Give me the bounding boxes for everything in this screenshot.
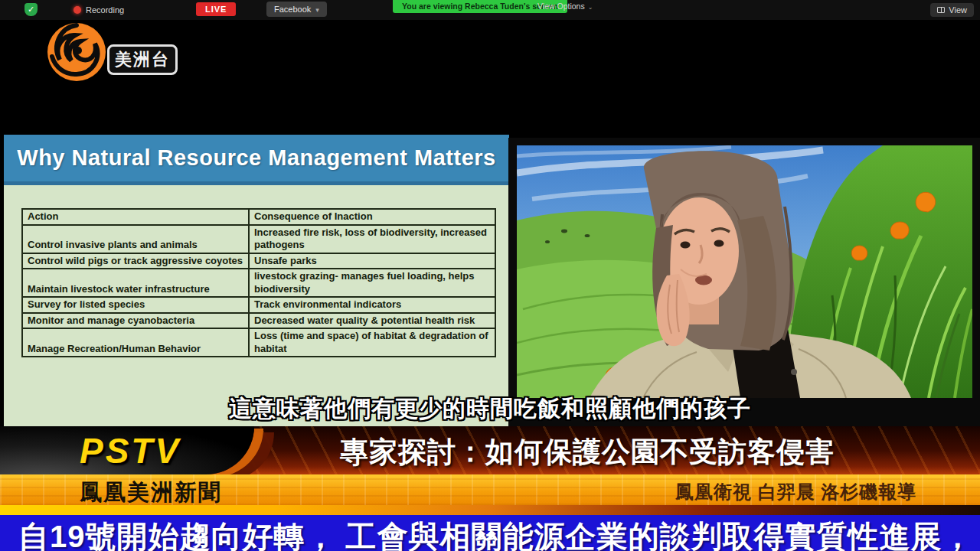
view-options-button[interactable]: View Options⌄ xyxy=(531,0,599,13)
shared-slide-panel: Why Natural Resource Management Matters … xyxy=(4,135,509,427)
table-row: Maintain livestock water infrastructure … xyxy=(22,269,495,297)
table-row: Manage Recreation/Human Behavior Loss (t… xyxy=(22,328,495,357)
chevron-down-icon: ⌄ xyxy=(588,4,593,11)
lower-third-program-band: 鳳凰美洲新聞 鳳凰衛視 白羿晨 洛杉磯報導 xyxy=(0,474,980,505)
table-row: Monitor and manage cyanobacteria Decreas… xyxy=(22,313,495,329)
ticker-divider-strip xyxy=(0,505,980,515)
action-cell: Monitor and manage cyanobacteria xyxy=(22,313,249,329)
lower-third: PSTV 專家探討：如何保護公園不受訪客侵害 鳳凰美洲新聞 鳳凰衛視 白羿晨 洛… xyxy=(0,426,980,505)
reporter-credit: 鳳凰衛視 白羿晨 洛杉磯報導 xyxy=(675,480,916,504)
recording-dot-icon xyxy=(74,6,81,14)
program-name: 鳳凰美洲新聞 xyxy=(80,478,222,505)
table-header-consequence: Consequence of Inaction xyxy=(249,209,495,225)
channel-badge: 美洲台 xyxy=(107,44,178,75)
consequence-cell: livestock grazing- manages fuel loading,… xyxy=(249,269,495,297)
facebook-button-label: Facebook xyxy=(274,5,311,14)
security-shield-icon[interactable]: ✓ xyxy=(24,3,38,16)
layout-view-icon xyxy=(937,7,945,13)
slide-title: Why Natural Resource Management Matters xyxy=(17,145,495,171)
consequence-cell: Unsafe parks xyxy=(249,253,495,269)
facebook-button[interactable]: Facebook▾ xyxy=(266,2,327,17)
consequence-cell: Track environmental indicators xyxy=(249,297,495,313)
speaker-video-tile xyxy=(508,138,980,427)
view-options-label: View Options xyxy=(537,2,585,11)
news-ticker: 自19號開始趨向好轉， 工會與相關能源企業的談判取得實質性進展， 多個煉油廠和油… xyxy=(0,515,980,551)
action-cell: Survey for listed species xyxy=(22,297,249,313)
table-row: Survey for listed species Track environm… xyxy=(22,297,495,313)
pstv-logo: PSTV xyxy=(80,430,181,471)
table-header-action: Action xyxy=(22,209,249,225)
live-badge: LIVE xyxy=(196,2,236,16)
recording-label: Recording xyxy=(86,5,124,15)
view-button-label: View xyxy=(949,5,967,15)
phoenix-tv-logo xyxy=(43,20,113,87)
view-button[interactable]: View xyxy=(930,3,974,17)
subtitle-caption: 這意味著他們有更少的時間吃飯和照顧他們的孩子 xyxy=(0,393,980,425)
lower-third-headline-band: PSTV 專家探討：如何保護公園不受訪客侵害 xyxy=(0,426,980,474)
action-cell: Control invasive plants and animals xyxy=(22,225,249,253)
ticker-text: 自19號開始趨向好轉， 工會與相關能源企業的談判取得實質性進展， 多個煉油廠和油… xyxy=(18,516,980,551)
table-row: Control wild pigs or track aggressive co… xyxy=(22,253,495,269)
zoom-topbar: ✓ Recording LIVE Facebook▾ You are viewi… xyxy=(0,0,980,20)
table-header-row: Action Consequence of Inaction xyxy=(22,209,495,225)
action-cell: Control wild pigs or track aggressive co… xyxy=(22,253,249,269)
slide-table: Action Consequence of Inaction Control i… xyxy=(21,208,496,357)
action-cell: Maintain livestock water infrastructure xyxy=(22,269,249,297)
headline: 專家探討：如何保護公園不受訪客侵害 xyxy=(340,433,835,471)
action-cell: Manage Recreation/Human Behavior xyxy=(22,328,249,357)
phoenix-swirl-icon xyxy=(43,20,113,84)
speaker-video-image xyxy=(517,145,972,398)
chevron-down-icon: ▾ xyxy=(315,6,319,14)
consequence-cell: Decreased water quality & potential heal… xyxy=(249,313,495,329)
consequence-cell: Loss (time and space) of habitat & degra… xyxy=(249,328,495,357)
broadcast-frame: ✓ Recording LIVE Facebook▾ You are viewi… xyxy=(0,0,980,551)
slide-title-bar: Why Natural Resource Management Matters xyxy=(4,135,509,185)
table-row: Control invasive plants and animals Incr… xyxy=(22,225,495,253)
consequence-cell: Increased fire risk, loss of biodiversit… xyxy=(249,225,495,253)
